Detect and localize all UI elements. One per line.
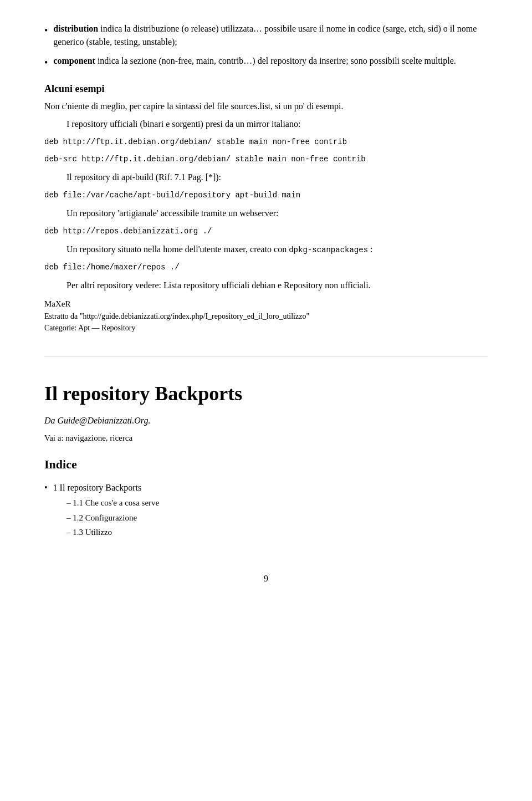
some-examples-intro: Non c'niente di meglio, per capire la si…: [44, 100, 488, 113]
code-official-2: deb-src http://ftp.it.debian.org/debian/…: [44, 154, 488, 165]
home-intro: Un repository situato nella home dell'ut…: [66, 243, 488, 256]
extracted-line: Estratto da "http://guide.debianizzati.o…: [44, 310, 488, 322]
subtitle: Da Guide@Debianizzati.Org.: [44, 414, 488, 427]
text-component: indica la sezione (non-free, main, contr…: [98, 56, 456, 65]
nav-line: Vai a: navigazione, ricerca: [44, 432, 488, 445]
bullet-text-component: component indica la sezione (non-free, m…: [53, 54, 488, 68]
bullet-dot-component: •: [44, 55, 48, 70]
artigianale-intro: Un repository 'artigianale' accessibile …: [66, 207, 488, 220]
toc-sub-item-1-1: – 1.1 Che cos'e a cosa serve: [66, 497, 488, 509]
official-repos-intro: I repository ufficiali (binari e sorgent…: [66, 118, 488, 131]
home-intro-end: :: [370, 244, 372, 254]
home-code-inline: dpkg-scanpackages: [289, 246, 368, 254]
home-intro-text: Un repository situato nella home dell'ut…: [66, 244, 287, 254]
code-home: deb file:/home/maxer/repos ./: [44, 262, 488, 273]
toc-item-label-1: 1 Il repository Backports: [53, 481, 142, 494]
h1-title: Il repository Backports: [44, 379, 488, 409]
bold-distribution: distribution: [53, 24, 98, 33]
bullet-section: • distribution indica la distribuzione (…: [44, 22, 488, 70]
toc-bullet-1: •: [44, 481, 48, 494]
author-line: MaXeR: [44, 298, 488, 310]
toc-sub-item-1-3: – 1.3 Utilizzo: [66, 526, 488, 539]
bullet-item-distribution: • distribution indica la distribuzione (…: [44, 22, 488, 49]
other-repos: Per altri repository vedere: Lista repos…: [66, 279, 488, 292]
bullet-item-component: • component indica la sezione (non-free,…: [44, 54, 488, 70]
page-number: 9: [44, 572, 488, 585]
toc-item-1: • 1 Il repository Backports: [44, 481, 488, 494]
toc-sub-item-1-2: – 1.2 Configurazione: [66, 512, 488, 524]
code-official-1: deb http://ftp.it.debian.org/debian/ sta…: [44, 136, 488, 148]
indice-heading: Indice: [44, 455, 488, 473]
bullet-text-distribution: distribution indica la distribuzione (o …: [53, 22, 488, 49]
code-artigianale: deb http://repos.debianizzati.org ./: [44, 226, 488, 237]
apt-build-intro: Il repository di apt-build (Rif. 7.1 Pag…: [66, 171, 488, 184]
text-distribution: indica la distribuzione (o release) util…: [53, 24, 477, 47]
code-apt-build: deb file:/var/cache/apt-build/repository…: [44, 190, 488, 201]
bold-component: component: [53, 56, 95, 65]
meta-section: MaXeR Estratto da "http://guide.debianiz…: [44, 298, 488, 334]
categories-line: Categorie: Apt — Repository: [44, 322, 488, 334]
bullet-dot-distribution: •: [44, 23, 48, 38]
content-area: • distribution indica la distribuzione (…: [44, 22, 488, 539]
some-examples-heading: Alcuni esempi: [44, 81, 488, 96]
divider-section: Il repository Backports Da Guide@Debiani…: [44, 356, 488, 445]
